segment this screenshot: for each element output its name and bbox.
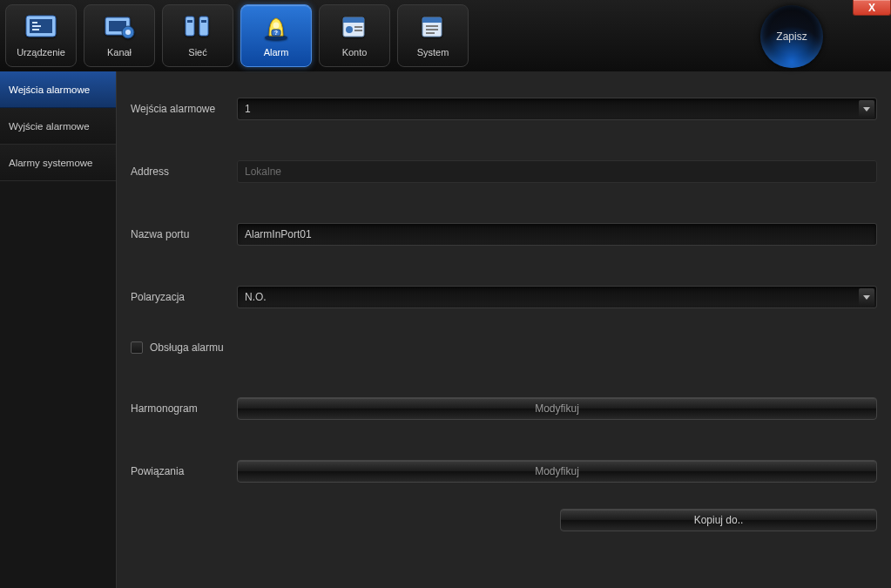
nav-tab-alarm[interactable]: ? Alarm [240, 4, 312, 67]
row-alarm-inputs: Wejścia alarmowe 1 [131, 98, 877, 120]
sidebar-item-label: Wejścia alarmowe [9, 84, 90, 95]
nav-tab-network[interactable]: Sieć [162, 4, 233, 67]
nav-label: Sieć [188, 47, 206, 57]
account-icon [335, 10, 374, 45]
save-label: Zapisz [776, 30, 807, 43]
input-value: AlarmInPort01 [245, 228, 312, 240]
label-schedule: Harmonogram [131, 402, 237, 415]
svg-rect-25 [426, 29, 438, 30]
save-button[interactable]: Zapisz [760, 5, 823, 68]
svg-point-14 [273, 23, 280, 29]
alarm-icon: ? [257, 10, 295, 45]
system-icon [414, 10, 452, 45]
svg-rect-12 [201, 20, 206, 23]
row-address: Address Lokalne [131, 160, 877, 183]
row-schedule: Harmonogram Modyfikuj [131, 397, 877, 420]
svg-rect-18 [343, 17, 364, 23]
checkbox-alarm-handling[interactable] [131, 341, 143, 354]
svg-rect-9 [186, 17, 194, 36]
row-alarm-handling: Obsługa alarmu [131, 341, 877, 354]
svg-rect-24 [426, 25, 438, 27]
checkbox-label: Obsługa alarmu [150, 341, 224, 354]
top-nav-bar: X Urządzenie Kanał [0, 0, 891, 71]
field-address: Lokalne [237, 160, 877, 183]
input-port-name[interactable]: AlarmInPort01 [237, 223, 877, 246]
content-panel: Wejścia alarmowe 1 Address Lokalne Nazwa… [117, 71, 891, 588]
nav-tab-channel[interactable]: Kanał [84, 4, 155, 67]
nav-label: System [417, 47, 449, 57]
label-port-name: Nazwa portu [131, 228, 237, 240]
svg-point-19 [346, 26, 353, 33]
device-icon [22, 10, 60, 45]
body: Wejścia alarmowe Wyjście alarmowe Alarmy… [0, 71, 891, 588]
label-address: Address [131, 166, 237, 178]
button-linkage-modify[interactable]: Modyfikuj [237, 460, 877, 483]
svg-rect-4 [32, 29, 39, 30]
row-polarization: Polaryzacja N.O. [131, 286, 877, 308]
svg-rect-10 [199, 17, 208, 36]
close-icon: X [868, 2, 875, 14]
svg-rect-3 [32, 25, 41, 27]
svg-text:?: ? [274, 30, 278, 36]
chevron-down-icon [859, 100, 874, 118]
sidebar-item-alarm-output[interactable]: Wyjście alarmowe [0, 108, 116, 145]
sidebar: Wejścia alarmowe Wyjście alarmowe Alarmy… [0, 71, 117, 588]
sidebar-item-alarm-inputs[interactable]: Wejścia alarmowe [0, 71, 116, 108]
nav-label: Urządzenie [17, 47, 65, 57]
label-linkage: Powiązania [131, 465, 237, 477]
select-alarm-inputs[interactable]: 1 [237, 98, 877, 120]
button-schedule-modify[interactable]: Modyfikuj [237, 397, 877, 420]
nav-tab-device[interactable]: Urządzenie [5, 4, 77, 67]
row-copy: Kopiuj do.. [131, 509, 877, 531]
sidebar-item-label: Wyjście alarmowe [9, 121, 90, 132]
svg-rect-20 [354, 26, 362, 28]
label-polarization: Polaryzacja [131, 291, 237, 303]
chevron-down-icon [859, 288, 874, 306]
svg-rect-23 [422, 17, 442, 23]
nav-label: Kanał [107, 47, 132, 57]
nav-label: Konto [342, 47, 368, 57]
button-copy-to[interactable]: Kopiuj do.. [560, 509, 877, 531]
row-linkage: Powiązania Modyfikuj [131, 460, 877, 483]
channel-icon [100, 10, 138, 45]
sidebar-item-system-alarms[interactable]: Alarmy systemowe [0, 145, 116, 181]
nav-label: Alarm [264, 47, 289, 57]
network-icon [179, 10, 217, 45]
button-label: Modyfikuj [535, 465, 579, 477]
window-close-button[interactable]: X [853, 0, 891, 16]
row-port-name: Nazwa portu AlarmInPort01 [131, 223, 877, 246]
svg-rect-2 [32, 22, 37, 24]
svg-rect-11 [187, 20, 192, 23]
nav-tab-system[interactable]: System [397, 4, 469, 67]
button-label: Modyfikuj [535, 402, 579, 415]
svg-rect-26 [426, 32, 435, 34]
select-value: N.O. [245, 291, 267, 303]
field-value: Lokalne [245, 166, 281, 178]
sidebar-item-label: Alarmy systemowe [9, 158, 93, 168]
svg-point-8 [125, 30, 131, 35]
button-label: Kopiuj do.. [694, 514, 744, 526]
select-value: 1 [245, 103, 251, 115]
select-polarization[interactable]: N.O. [237, 286, 877, 308]
label-alarm-inputs: Wejścia alarmowe [131, 103, 237, 115]
nav-tab-account[interactable]: Konto [319, 4, 390, 67]
svg-rect-21 [354, 30, 362, 31]
